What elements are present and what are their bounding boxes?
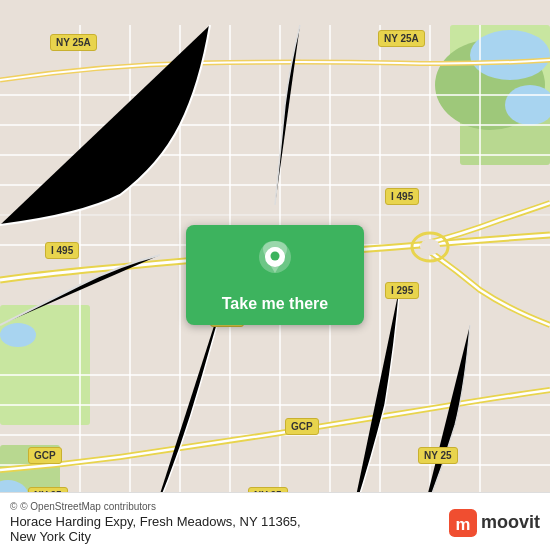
road-label-i295: I 295 xyxy=(385,282,419,299)
road-label-i495-left: I 495 xyxy=(45,242,79,259)
road-label-ny25a-right: NY 25A xyxy=(378,30,425,47)
location-text: Horace Harding Expy, Fresh Meadows, NY 1… xyxy=(10,514,301,544)
location-info: © © OpenStreetMap contributors Horace Ha… xyxy=(10,501,301,544)
svg-text:m: m xyxy=(456,514,471,533)
svg-point-8 xyxy=(0,323,36,347)
road-label-ny25a-left: NY 25A xyxy=(50,34,97,51)
copyright-symbol: © xyxy=(10,501,17,512)
moovit-wordmark: moovit xyxy=(481,512,540,533)
road-label-ny25-right: NY 25 xyxy=(418,447,458,464)
svg-point-30 xyxy=(420,239,440,255)
svg-point-35 xyxy=(271,252,280,261)
svg-rect-1 xyxy=(0,305,90,425)
take-me-there-button[interactable]: Take me there xyxy=(186,225,364,325)
bottom-bar: © © OpenStreetMap contributors Horace Ha… xyxy=(0,492,550,550)
moovit-logo: m moovit xyxy=(449,509,540,537)
road-label-i495-right: I 495 xyxy=(385,188,419,205)
location-pin-icon xyxy=(255,239,295,287)
attribution-text: © OpenStreetMap contributors xyxy=(20,501,156,512)
attribution: © © OpenStreetMap contributors xyxy=(10,501,301,512)
moovit-brand-icon: m xyxy=(449,509,477,537)
svg-point-6 xyxy=(470,30,550,80)
road-label-gcp-left: GCP xyxy=(28,447,62,464)
road-label-gcp-center: GCP xyxy=(285,418,319,435)
map-container: NY 25A NY 25A I 495 I 495 I 495 I 295 GC… xyxy=(0,0,550,550)
